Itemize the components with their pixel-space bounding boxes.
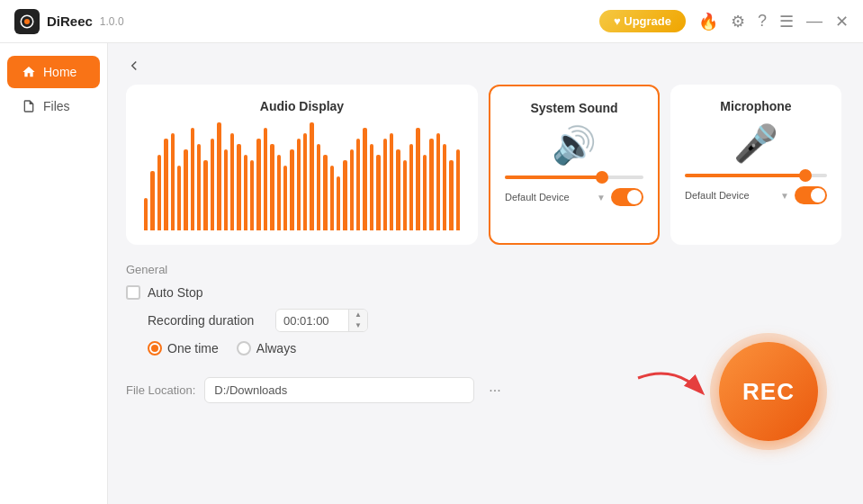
waveform-bar	[250, 160, 254, 230]
autostop-row: Auto Stop	[126, 285, 841, 300]
microphone-fill	[685, 174, 805, 177]
speaker-icon: 🔊	[552, 124, 597, 166]
file-location-more-button[interactable]: ···	[483, 379, 506, 402]
waveform-bar	[390, 133, 393, 230]
waveform-bar	[456, 149, 460, 230]
system-sound-slider-wrap	[505, 176, 643, 179]
waveform-bar	[376, 155, 380, 230]
waveform-bar	[356, 139, 360, 230]
waveform-bar	[177, 166, 181, 230]
system-sound-chevron: ▼	[597, 193, 606, 202]
waveform-bar	[277, 155, 281, 230]
app-name: DiReec	[47, 14, 93, 29]
sidebar: Home Files	[0, 43, 108, 504]
titlebar: DiReec 1.0.0 ♥ Upgrade 🔥 ⚙ ? ☰ — ✕	[0, 0, 863, 43]
waveform-bar	[436, 133, 440, 230]
system-sound-slider[interactable]	[505, 176, 643, 179]
titlebar-right: ♥ Upgrade 🔥 ⚙ ? ☰ — ✕	[599, 10, 849, 32]
back-button[interactable]	[126, 58, 841, 74]
arrow-indicator	[629, 364, 719, 418]
waveform-bar	[197, 144, 201, 230]
system-sound-card: System Sound 🔊 Default Device ▼	[489, 85, 660, 245]
microphone-title: Microphone	[720, 99, 791, 113]
waveform-bar	[343, 160, 346, 230]
minimize-icon[interactable]: —	[806, 12, 823, 31]
waveform	[140, 122, 463, 230]
microphone-toggle[interactable]	[795, 186, 827, 204]
menu-icon[interactable]: ☰	[779, 12, 794, 32]
help-icon[interactable]: ?	[758, 12, 767, 31]
content-area: Audio Display System Sound 🔊 Default Dev…	[108, 43, 863, 504]
system-sound-device-row: Default Device ▼	[505, 188, 643, 206]
duration-increment-button[interactable]: ▲	[349, 310, 367, 320]
always-label: Always	[256, 341, 296, 356]
waveform-bar	[310, 122, 313, 230]
waveform-bar	[150, 171, 154, 230]
waveform-bar	[191, 128, 194, 230]
audio-section: Audio Display System Sound 🔊 Default Dev…	[126, 85, 841, 245]
microphone-thumb	[799, 169, 812, 182]
waveform-bar	[144, 198, 148, 230]
one-time-option[interactable]: One time	[148, 341, 219, 356]
duration-input[interactable]	[276, 310, 348, 331]
waveform-bar	[396, 149, 400, 230]
waveform-bar	[171, 133, 175, 230]
app-logo	[14, 9, 40, 34]
waveform-bar	[203, 160, 207, 230]
close-icon[interactable]: ✕	[835, 12, 849, 32]
microphone-device-row: Default Device ▼	[685, 186, 827, 204]
recording-duration-label: Recording duration	[148, 313, 265, 328]
duration-spinners: ▲ ▼	[348, 310, 367, 331]
one-time-label: One time	[167, 341, 219, 356]
waveform-bar	[429, 139, 433, 230]
microphone-slider[interactable]	[685, 174, 827, 177]
microphone-icon: 🎤	[733, 122, 778, 165]
system-sound-device[interactable]: Default Device	[505, 192, 591, 202]
always-option[interactable]: Always	[237, 341, 296, 356]
file-location-label: File Location:	[126, 383, 195, 397]
waveform-bar	[443, 144, 446, 230]
waveform-bar	[317, 144, 320, 230]
rec-area: REC	[629, 333, 827, 450]
microphone-slider-wrap	[685, 174, 827, 177]
waveform-bar	[363, 128, 366, 230]
autostop-checkbox[interactable]	[126, 285, 140, 300]
waveform-bar	[403, 160, 407, 230]
system-sound-toggle[interactable]	[611, 188, 643, 206]
duration-input-wrap: ▲ ▼	[275, 309, 368, 332]
rec-button[interactable]: REC	[719, 342, 818, 441]
system-sound-title: System Sound	[530, 101, 617, 115]
duration-row: Recording duration ▲ ▼	[148, 309, 841, 332]
duration-decrement-button[interactable]: ▼	[349, 320, 367, 331]
system-sound-fill	[505, 176, 602, 179]
waveform-bar	[323, 155, 327, 230]
waveform-bar	[224, 149, 228, 230]
upgrade-button[interactable]: ♥ Upgrade	[599, 10, 686, 32]
autostop-label: Auto Stop	[148, 285, 203, 300]
waveform-bar	[350, 149, 354, 230]
titlebar-left: DiReec 1.0.0	[14, 9, 124, 34]
waveform-bar	[230, 133, 234, 230]
system-sound-thumb	[596, 171, 608, 184]
always-radio[interactable]	[237, 341, 251, 356]
waveform-bar	[283, 166, 287, 230]
waveform-bar	[383, 139, 387, 230]
waveform-bar	[409, 144, 413, 230]
file-location-input[interactable]	[204, 377, 474, 403]
waveform-bar	[370, 144, 373, 230]
audio-display-title: Audio Display	[140, 99, 463, 113]
waveform-bar	[184, 149, 187, 230]
one-time-radio[interactable]	[148, 341, 162, 356]
gear-icon[interactable]: ⚙	[731, 12, 745, 32]
main-layout: Home Files Audio Display System Sound 🔊	[0, 43, 863, 504]
sidebar-item-home[interactable]: Home	[7, 56, 100, 88]
microphone-device[interactable]: Default Device	[685, 190, 775, 201]
fire-icon[interactable]: 🔥	[698, 12, 718, 32]
microphone-toggle-thumb	[811, 188, 825, 202]
waveform-bar	[217, 122, 220, 230]
waveform-bar	[303, 133, 307, 230]
sidebar-item-files[interactable]: Files	[7, 90, 100, 122]
microphone-chevron: ▼	[780, 191, 789, 201]
microphone-card: Microphone 🎤 Default Device ▼	[670, 85, 841, 245]
waveform-bar	[270, 144, 274, 230]
